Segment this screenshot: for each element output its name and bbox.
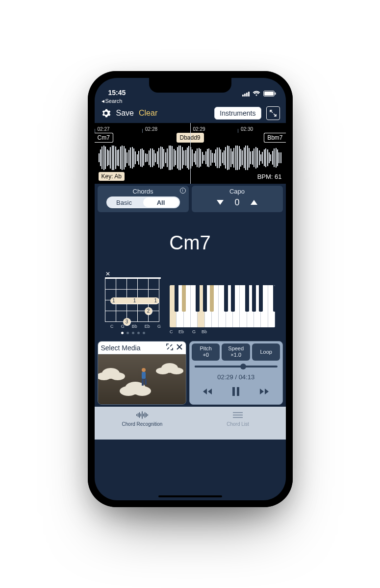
tab-bar: Chord Recognition Chord List — [95, 407, 286, 440]
timeline-tick: 02:27 — [95, 127, 143, 132]
player-pane: Pitch +0 Speed ×1.0 Loop — [189, 341, 283, 405]
finger-dot-2: 2 — [145, 307, 152, 315]
media-pane: Select Media — [98, 341, 186, 405]
capo-decrement[interactable] — [217, 200, 224, 205]
video-thumbnail[interactable] — [98, 354, 186, 404]
chords-segmented: Basic All — [106, 196, 180, 208]
menu-icon — [231, 411, 244, 419]
wifi-icon — [253, 91, 260, 97]
capo-increment[interactable] — [251, 200, 257, 205]
loop-button[interactable]: Loop — [252, 343, 280, 361]
timeline-tick: 02:30 — [238, 127, 286, 132]
rewind-button[interactable] — [202, 386, 215, 397]
back-label: Search — [105, 98, 123, 104]
back-chevron-icon: ◂ — [101, 98, 104, 104]
bpm-label: BPM: 61 — [257, 173, 282, 180]
svg-rect-5 — [142, 379, 144, 386]
svg-point-3 — [142, 368, 146, 372]
tab-chord-recognition[interactable]: Chord Recognition — [95, 411, 190, 427]
key-chip[interactable]: Key: Ab — [99, 172, 125, 181]
forward-icon — [258, 388, 269, 395]
chords-panel: Chords i Basic All — [98, 186, 189, 212]
seg-basic[interactable]: Basic — [106, 196, 142, 208]
timeline-chord-next[interactable]: Bbm7 — [264, 133, 285, 143]
pause-icon — [232, 387, 240, 396]
pitch-button[interactable]: Pitch +0 — [192, 343, 220, 361]
media-close-button[interactable] — [176, 343, 183, 352]
current-chord-name: Cm7 — [95, 232, 286, 254]
home-indicator[interactable] — [158, 495, 222, 497]
finger-dot-3: 3 — [123, 318, 131, 326]
instruments-button[interactable]: Instruments — [214, 107, 261, 120]
forward-button[interactable] — [256, 386, 270, 397]
play-pause-button[interactable] — [229, 386, 243, 397]
svg-rect-6 — [145, 379, 147, 385]
capo-title: Capo — [196, 188, 279, 195]
timeline[interactable]: 02:27 02:28 02:29 02:30 Cm7 Dbadd9 Bbm7 … — [95, 123, 286, 184]
info-icon[interactable]: i — [180, 188, 186, 194]
seg-all[interactable]: All — [143, 197, 179, 207]
media-expand-button[interactable] — [166, 343, 173, 352]
battery-icon — [263, 91, 276, 97]
timeline-tick: 02:28 — [142, 127, 190, 132]
settings-button[interactable] — [101, 108, 111, 119]
waveform-icon — [136, 411, 149, 419]
close-icon — [176, 343, 183, 350]
expand-icon — [166, 343, 173, 350]
toolbar: Save Clear Instruments — [95, 104, 286, 123]
fullscreen-button[interactable] — [266, 106, 280, 120]
capo-value: 0 — [234, 197, 239, 208]
rewind-icon — [203, 388, 214, 395]
piano-diagram[interactable]: C Eb G Bb — [170, 285, 275, 334]
timeline-tick: 02:29 — [190, 127, 238, 132]
svg-rect-4 — [142, 372, 146, 379]
chord-display: Cm7 — [95, 212, 286, 258]
pager-dots[interactable] — [105, 332, 161, 334]
time-label: 02:29 / 04:13 — [192, 370, 280, 382]
svg-rect-2 — [275, 93, 276, 95]
cellular-icon — [242, 91, 250, 97]
save-button[interactable]: Save — [116, 109, 134, 118]
svg-rect-7 — [232, 387, 235, 396]
chords-title: Chords — [101, 188, 185, 195]
svg-rect-1 — [264, 92, 274, 96]
svg-rect-8 — [237, 387, 239, 396]
back-search[interactable]: ◂ Search — [95, 98, 286, 104]
expand-icon — [270, 110, 277, 117]
playhead[interactable] — [190, 123, 191, 184]
muted-string-icon: ✕ — [105, 270, 110, 277]
clear-button[interactable]: Clear — [139, 109, 157, 118]
status-time: 15:45 — [108, 89, 126, 97]
guitar-diagram[interactable]: ✕ 1 1 1 2 3 C G — [105, 277, 161, 334]
select-media-button[interactable]: Select Media — [101, 344, 141, 352]
tab-chord-list[interactable]: Chord List — [190, 411, 286, 427]
progress-bar[interactable] — [195, 366, 278, 368]
capo-panel: Capo 0 — [192, 186, 283, 212]
gear-icon — [101, 108, 111, 118]
speed-button[interactable]: Speed ×1.0 — [222, 343, 250, 361]
timeline-chord-prev[interactable]: Cm7 — [95, 133, 113, 143]
